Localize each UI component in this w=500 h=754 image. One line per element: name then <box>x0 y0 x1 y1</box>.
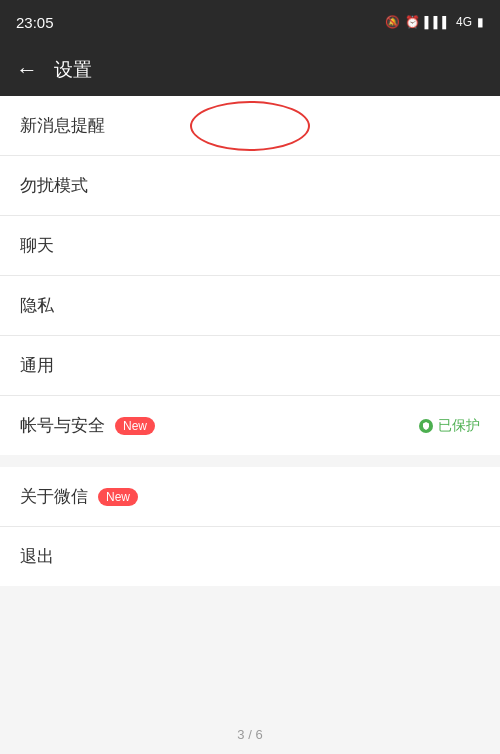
menu-item-label: 帐号与安全 <box>20 414 105 437</box>
status-time: 23:05 <box>16 14 54 31</box>
menu-item-label: 新消息提醒 <box>20 114 105 137</box>
battery-icon: ▮ <box>477 15 484 29</box>
menu-item-label: 聊天 <box>20 234 54 257</box>
menu-item-label: 退出 <box>20 545 54 568</box>
menu-item-privacy[interactable]: 隐私 <box>0 276 500 336</box>
section-divider <box>0 455 500 467</box>
page-header: ← 设置 <box>0 44 500 96</box>
menu-item-notification[interactable]: 新消息提醒 <box>0 96 500 156</box>
highlight-circle <box>190 101 310 151</box>
back-button[interactable]: ← <box>16 57 38 83</box>
status-bar: 23:05 🔕 ⏰ ▌▌▌ 4G ▮ <box>0 0 500 44</box>
menu-item-label: 隐私 <box>20 294 54 317</box>
new-badge-account: New <box>115 417 155 435</box>
shield-icon <box>419 419 433 433</box>
menu-item-logout[interactable]: 退出 <box>0 527 500 586</box>
alarm-icon: ⏰ <box>405 15 420 29</box>
menu-item-label: 通用 <box>20 354 54 377</box>
menu-item-account[interactable]: 帐号与安全 New 已保护 <box>0 396 500 455</box>
protected-badge: 已保护 <box>419 417 480 435</box>
new-badge-about: New <box>98 488 138 506</box>
page-title: 设置 <box>54 57 92 83</box>
menu-item-chat[interactable]: 聊天 <box>0 216 500 276</box>
menu-item-general[interactable]: 通用 <box>0 336 500 396</box>
menu-item-dnd[interactable]: 勿扰模式 <box>0 156 500 216</box>
menu-section-1: 新消息提醒 勿扰模式 聊天 隐私 通用 帐号与安全 New 已保护 <box>0 96 500 455</box>
menu-item-label: 关于微信 <box>20 485 88 508</box>
menu-item-about[interactable]: 关于微信 New <box>0 467 500 527</box>
status-icons: 🔕 ⏰ ▌▌▌ 4G ▮ <box>385 15 484 29</box>
signal-icon: ▌▌▌ <box>425 16 451 28</box>
network-type: 4G <box>456 15 472 29</box>
protected-label: 已保护 <box>438 417 480 435</box>
mute-icon: 🔕 <box>385 15 400 29</box>
page-indicator: 3 / 6 <box>0 715 500 754</box>
menu-item-label: 勿扰模式 <box>20 174 88 197</box>
menu-section-2: 关于微信 New 退出 <box>0 467 500 586</box>
